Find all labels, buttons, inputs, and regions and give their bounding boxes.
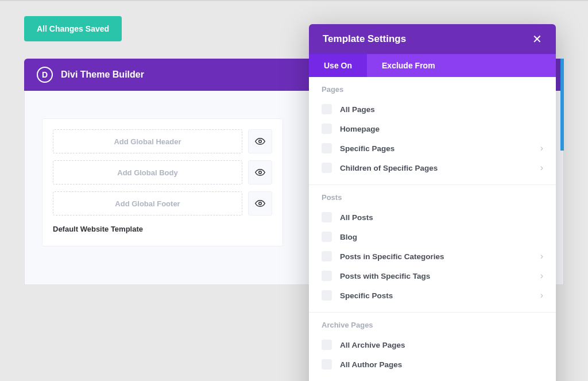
- chevron-right-icon: ›: [540, 251, 543, 261]
- add-global-footer-button[interactable]: Add Global Footer: [53, 191, 242, 215]
- option-specific-pages[interactable]: Specific Pages ›: [322, 138, 543, 158]
- checkbox-icon[interactable]: [322, 124, 332, 134]
- option-label: Posts with Specific Tags: [340, 272, 540, 280]
- tab-use-on[interactable]: Use On: [309, 54, 367, 77]
- add-global-body-button[interactable]: Add Global Body: [53, 160, 242, 184]
- template-settings-modal: Template Settings ✕ Use On Exclude From …: [309, 24, 556, 381]
- default-template-card: Add Global Header Add Global Body Add Gl…: [42, 118, 283, 247]
- option-all-archive-pages[interactable]: All Archive Pages: [322, 335, 543, 355]
- checkbox-icon[interactable]: [322, 359, 332, 370]
- option-posts-categories[interactable]: Posts in Specific Categories ›: [322, 247, 543, 266]
- checkbox-icon[interactable]: [322, 232, 332, 242]
- section-title: Pages: [322, 85, 543, 94]
- chevron-right-icon: ›: [540, 143, 543, 153]
- option-label: All Archive Pages: [340, 341, 543, 349]
- section-pages: Pages All Pages Homepage Specific Pages …: [309, 77, 556, 185]
- option-all-posts[interactable]: All Posts: [322, 207, 543, 227]
- chevron-right-icon: ›: [540, 271, 543, 281]
- svg-point-1: [259, 171, 262, 174]
- global-footer-row: Add Global Footer: [53, 191, 272, 215]
- option-label: All Pages: [340, 105, 543, 114]
- option-label: Children of Specific Pages: [340, 164, 540, 172]
- option-posts-tags[interactable]: Posts with Specific Tags ›: [322, 266, 543, 286]
- chevron-right-icon: ›: [540, 290, 543, 301]
- option-label: Specific Posts: [340, 291, 540, 300]
- option-label: Posts in Specific Categories: [340, 252, 540, 261]
- checkbox-icon[interactable]: [322, 163, 332, 173]
- modal-title: Template Settings: [323, 33, 532, 45]
- close-icon[interactable]: ✕: [532, 32, 542, 46]
- global-body-row: Add Global Body: [53, 160, 272, 184]
- footer-visibility-toggle[interactable]: [248, 191, 272, 215]
- body-visibility-toggle[interactable]: [248, 160, 272, 184]
- option-all-pages[interactable]: All Pages: [322, 99, 543, 119]
- changes-saved-button: All Changes Saved: [24, 16, 122, 41]
- checkbox-icon[interactable]: [322, 290, 332, 301]
- section-title: Archive Pages: [322, 321, 543, 329]
- checkbox-icon[interactable]: [322, 143, 332, 153]
- checkbox-icon[interactable]: [322, 271, 332, 281]
- option-specific-posts[interactable]: Specific Posts ›: [322, 286, 543, 305]
- option-label: All Author Pages: [340, 360, 543, 369]
- section-archive-pages: Archive Pages All Archive Pages All Auth…: [309, 313, 556, 381]
- modal-header: Template Settings ✕: [309, 24, 556, 54]
- option-all-author-pages[interactable]: All Author Pages: [322, 355, 543, 374]
- modal-tabs: Use On Exclude From: [309, 54, 556, 77]
- option-children-specific-pages[interactable]: Children of Specific Pages ›: [322, 158, 543, 178]
- checkbox-icon[interactable]: [322, 212, 332, 222]
- eye-icon: [255, 198, 265, 209]
- option-homepage[interactable]: Homepage: [322, 119, 543, 138]
- option-label: Homepage: [340, 125, 543, 133]
- checkbox-icon[interactable]: [322, 340, 332, 350]
- add-global-header-button[interactable]: Add Global Header: [53, 129, 242, 153]
- header-visibility-toggle[interactable]: [248, 129, 272, 153]
- option-label: Specific Pages: [340, 144, 540, 153]
- modal-scroll-area[interactable]: Pages All Pages Homepage Specific Pages …: [309, 77, 556, 381]
- right-accent-strip: [560, 59, 564, 151]
- svg-point-2: [259, 202, 262, 205]
- template-card-title: Default Website Template: [53, 225, 272, 233]
- eye-icon: [255, 136, 265, 147]
- divi-logo-icon: D: [37, 67, 53, 83]
- tab-exclude-from[interactable]: Exclude From: [367, 54, 450, 77]
- chevron-right-icon: ›: [540, 163, 543, 173]
- checkbox-icon[interactable]: [322, 104, 332, 114]
- section-posts: Posts All Posts Blog Posts in Specific C…: [309, 185, 556, 313]
- option-label: Blog: [340, 233, 543, 241]
- option-blog[interactable]: Blog: [322, 227, 543, 247]
- option-label: All Posts: [340, 213, 543, 222]
- svg-point-0: [259, 140, 262, 143]
- section-title: Posts: [322, 193, 543, 202]
- global-header-row: Add Global Header: [53, 129, 272, 153]
- checkbox-icon[interactable]: [322, 251, 332, 261]
- eye-icon: [255, 167, 265, 178]
